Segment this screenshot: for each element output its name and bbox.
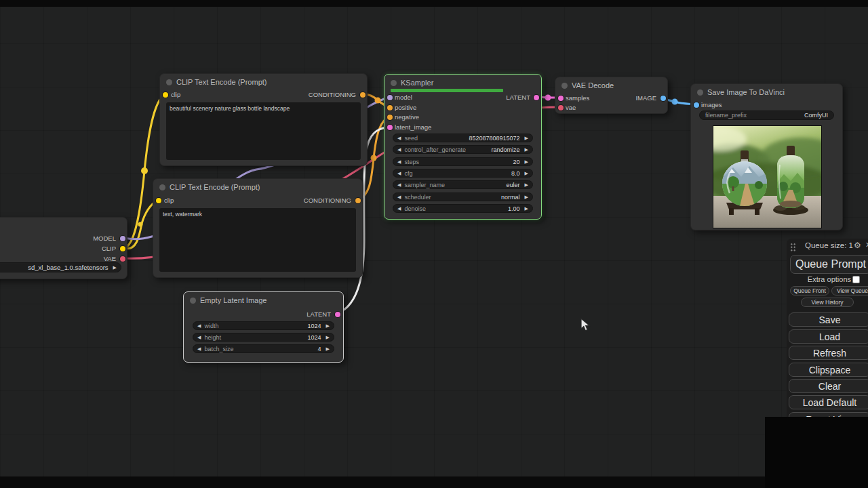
latent-output-label: LATENT	[506, 93, 530, 102]
negative-input-port[interactable]	[387, 115, 393, 120]
latent-output-port[interactable]	[335, 312, 340, 317]
positive-input-port[interactable]	[387, 105, 393, 110]
filename-prefix-widget[interactable]: filename_prefix ComfyUI	[699, 110, 834, 120]
view-queue-button[interactable]: View Queue	[831, 286, 868, 296]
width-widget[interactable]: ◀ width 1024 ▶	[193, 321, 334, 330]
decrement-arrow-icon[interactable]: ◀	[397, 157, 401, 166]
increment-arrow-icon[interactable]: ▶	[525, 134, 528, 142]
queue-prompt-button[interactable]: Queue Prompt	[790, 255, 868, 274]
increment-arrow-icon[interactable]: ▶	[525, 204, 528, 213]
view-history-button[interactable]: View History	[801, 298, 854, 307]
steps-widget[interactable]: ◀ steps 20 ▶	[393, 157, 533, 166]
decrement-arrow-icon[interactable]: ◀	[197, 333, 201, 342]
link-dot-clip-2[interactable]	[138, 222, 143, 227]
model-output-port[interactable]	[120, 236, 125, 241]
link-dot-positive[interactable]	[375, 98, 381, 104]
node-title: VAE Decode	[572, 81, 663, 91]
decrement-arrow-icon[interactable]: ◀	[397, 134, 401, 142]
widget-value: 1.00	[508, 205, 520, 212]
increment-arrow-icon[interactable]: ▶	[326, 333, 330, 342]
clipspace-button[interactable]: Clipspace	[789, 363, 868, 377]
empty-latent-image-node[interactable]: Empty Latent Image LATENT ◀ width 1024 ▶…	[183, 291, 344, 363]
increment-arrow-icon[interactable]: ▶	[525, 192, 528, 201]
clear-button[interactable]: Clear	[789, 379, 868, 393]
refresh-button[interactable]: Refresh	[789, 346, 868, 360]
node-title: Empty Latent Image	[200, 296, 339, 306]
widget-label: control_after_generate	[404, 146, 491, 153]
clip-text-encode-negative-node[interactable]: CLIP Text Encode (Prompt) clip CONDITION…	[153, 178, 363, 278]
clip-text-encode-positive-node[interactable]: CLIP Text Encode (Prompt) clip CONDITION…	[159, 73, 368, 166]
queue-front-button[interactable]: Queue Front	[790, 286, 829, 296]
node-title: Save Image To DaVinci	[707, 88, 838, 98]
collapse-dot[interactable]	[190, 298, 196, 304]
widget-value: 8.0	[511, 170, 520, 177]
batch-size-widget[interactable]: ◀ batch_size 4 ▶	[193, 344, 334, 353]
increment-arrow-icon[interactable]: ▶	[326, 321, 330, 330]
save-button[interactable]: Save	[789, 312, 868, 327]
latent-output-port[interactable]	[534, 95, 539, 100]
height-widget[interactable]: ◀ height 1024 ▶	[193, 333, 334, 342]
control-after-generate-widget[interactable]: ◀ control_after_generate randomize ▶	[393, 145, 533, 154]
clip-input-port[interactable]	[156, 198, 161, 203]
link-dot-negative[interactable]	[371, 155, 377, 161]
load-checkpoint-node[interactable]: Load Checkpoint MODEL CLIP VAE ckpt_name…	[0, 217, 127, 279]
comfy-menu-panel[interactable]: Queue size: 1 ⚙ ✕ Queue Prompt Extra opt…	[787, 239, 868, 432]
link-dot-image[interactable]	[672, 99, 678, 105]
node-link-canvas	[0, 0, 868, 488]
increment-arrow-icon[interactable]: ▶	[326, 344, 330, 353]
collapse-dot[interactable]	[561, 83, 568, 89]
decrement-arrow-icon[interactable]: ◀	[397, 204, 401, 213]
clip-input-port[interactable]	[163, 92, 168, 98]
clip-output-port[interactable]	[120, 246, 125, 251]
increment-arrow-icon[interactable]: ▶	[525, 169, 528, 178]
ksampler-node[interactable]: KSampler model positive negative latent_…	[384, 74, 542, 220]
increment-arrow-icon[interactable]: ▶	[525, 180, 528, 189]
widget-label: denoise	[404, 205, 508, 212]
generated-image-preview[interactable]	[713, 125, 822, 228]
model-input-port[interactable]	[387, 95, 393, 100]
decrement-arrow-icon[interactable]: ◀	[397, 145, 401, 154]
samples-input-port[interactable]	[558, 96, 564, 101]
scheduler-widget[interactable]: ◀ scheduler normal ▶	[393, 192, 533, 201]
increment-arrow-icon[interactable]: ▶	[113, 263, 117, 272]
collapse-dot[interactable]	[697, 89, 703, 96]
node-title: CLIP Text Encode (Prompt)	[176, 78, 363, 87]
cfg-widget[interactable]: ◀ cfg 8.0 ▶	[393, 169, 533, 178]
link-dot-latent[interactable]	[545, 95, 551, 101]
prompt-text-input[interactable]: text, watermark	[159, 208, 356, 272]
denoise-widget[interactable]: ◀ denoise 1.00 ▶	[393, 204, 533, 213]
image-output-port[interactable]	[660, 96, 666, 101]
prompt-text-input[interactable]: beautiful scenery nature glass bottle la…	[166, 102, 361, 160]
sampler-name-widget[interactable]: ◀ sampler_name euler ▶	[393, 180, 533, 189]
comfyui-canvas[interactable]: Load Checkpoint MODEL CLIP VAE ckpt_name…	[0, 0, 868, 488]
collapse-dot[interactable]	[159, 184, 165, 190]
decrement-arrow-icon[interactable]: ◀	[197, 344, 201, 353]
decrement-arrow-icon[interactable]: ◀	[397, 169, 401, 178]
decrement-arrow-icon[interactable]: ◀	[397, 192, 401, 201]
vae-decode-node[interactable]: VAE Decode samples vae IMAGE	[555, 77, 668, 114]
widget-label: cfg	[404, 170, 511, 177]
link-dot-clip-1[interactable]	[141, 167, 148, 174]
collapse-dot[interactable]	[391, 80, 397, 86]
save-image-node[interactable]: Save Image To DaVinci images filename_pr…	[690, 83, 843, 230]
increment-arrow-icon[interactable]: ▶	[525, 145, 528, 154]
conditioning-output-port[interactable]	[360, 92, 366, 98]
decrement-arrow-icon[interactable]: ◀	[397, 180, 401, 189]
images-input-port[interactable]	[694, 102, 699, 108]
collapse-dot[interactable]	[166, 79, 172, 85]
increment-arrow-icon[interactable]: ▶	[525, 157, 528, 166]
vae-input-port[interactable]	[558, 105, 564, 110]
ckpt-name-widget[interactable]: ckpt_name sd_xl_base_1.0.safetensors ▶	[0, 262, 121, 272]
extra-options-checkbox[interactable]	[852, 276, 860, 283]
close-icon[interactable]: ✕	[865, 241, 868, 249]
latent-image-input-port[interactable]	[387, 125, 393, 130]
load-default-button[interactable]: Load Default	[789, 395, 868, 409]
vae-output-port[interactable]	[120, 256, 125, 262]
drag-handle-icon[interactable]	[790, 243, 796, 251]
seed-widget[interactable]: ◀ seed 852087808915072 ▶	[393, 134, 533, 142]
conditioning-output-port[interactable]	[355, 198, 361, 203]
gear-icon[interactable]: ⚙	[854, 241, 861, 250]
widget-label: sampler_name	[404, 182, 506, 188]
load-button[interactable]: Load	[789, 329, 868, 344]
decrement-arrow-icon[interactable]: ◀	[197, 321, 201, 330]
